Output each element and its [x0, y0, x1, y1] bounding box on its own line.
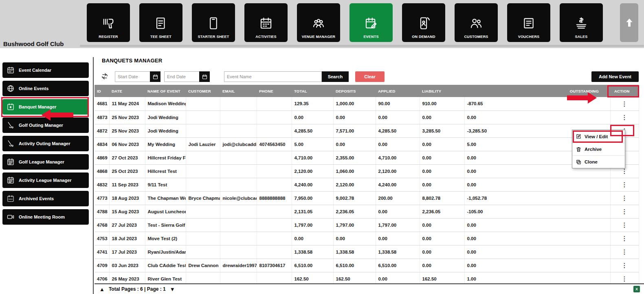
sidebar-item-golf-outing-manager[interactable]: Golf Outing Manager [2, 117, 89, 133]
golf-club-icon [7, 121, 15, 129]
event-name-input[interactable] [224, 71, 322, 82]
cell-liability: 0.00 [420, 232, 464, 245]
toolbar-button-tee-sheet[interactable]: TEE SHEET [139, 3, 182, 42]
toolbar-button-label: STARTER SHEET [198, 35, 229, 39]
context-menu-item-label: Archive [585, 147, 602, 152]
cell-customer [186, 205, 220, 218]
table-row: 487225 Nov 2023Jodi Wedding4,285.507,571… [95, 124, 639, 137]
cell-customer [186, 97, 220, 111]
cell-liability: 3,285.50 [420, 124, 464, 137]
cell-phone [257, 205, 292, 218]
start-date-calendar-button[interactable] [150, 71, 160, 82]
row-actions-button[interactable]: ⋮ [618, 234, 631, 242]
cell-applied: 1,338.58 [376, 245, 420, 259]
cell-id: 4768 [95, 218, 109, 232]
toolbar-button-register[interactable]: REGISTER [87, 3, 130, 42]
row-actions-button[interactable]: ⋮ [618, 221, 631, 229]
page-up-icon[interactable]: ▲ [99, 286, 105, 292]
row-actions-button[interactable]: ⋮ [618, 181, 631, 188]
row-actions-button[interactable]: ⋮ [618, 275, 631, 283]
trash-icon [576, 146, 582, 153]
cell-phone [257, 111, 292, 124]
cell-liability: 2,236.05 [420, 205, 464, 218]
row-actions-button[interactable]: ⋮ [618, 248, 631, 256]
row-actions-button[interactable]: ⋮ [618, 194, 631, 202]
toolbar-button-activities[interactable]: ACTIVITIES [244, 3, 288, 42]
cell-customer: Drew Cannon [186, 259, 220, 272]
cell-applied: 6,510.00 [376, 259, 420, 272]
cell-liability: 0.00 [420, 218, 464, 232]
page-down-icon[interactable]: ▼ [170, 286, 175, 292]
cell-email: jodi@clubcaddie.c [220, 137, 257, 151]
globe-icon [7, 84, 15, 93]
cell-phone: 4074563450 [257, 137, 292, 151]
sidebar-item-online-events[interactable]: Online Events [2, 81, 89, 96]
toolbar-button-venue-manager[interactable]: VENUE MANAGER [297, 3, 340, 42]
row-actions-button[interactable]: ⋮ [618, 261, 631, 269]
cell-outstanding: -1,052.78 [464, 191, 610, 205]
toolbar-button-label: VENUE MANAGER [302, 35, 336, 39]
sidebar-item-online-meeting-room[interactable]: Online Meeting Room [2, 209, 89, 225]
collapse-toolbar-button[interactable] [620, 3, 638, 42]
cell-deposits: 0.00 [333, 111, 376, 124]
cell-applied: 2,120.00 [376, 164, 420, 178]
toolbar-button-events[interactable]: EVENTS [349, 3, 393, 42]
cell-total: 2,131.05 [292, 205, 333, 218]
sidebar-item-activity-league-manager[interactable]: Activity League Manager [2, 172, 89, 188]
cell-deposits: 0.00 [333, 137, 376, 151]
cell-email [220, 151, 257, 164]
cell-applied: 0.00 [376, 232, 420, 245]
cell-phone [257, 164, 292, 178]
calendar-icon [7, 66, 15, 74]
cell-name: Madison Wedding [145, 97, 186, 111]
sidebar-item-event-calendar[interactable]: Event Calendar [2, 62, 89, 78]
refresh-button[interactable] [99, 71, 110, 82]
context-menu-item-archive[interactable]: Archive [572, 143, 625, 155]
cell-email [220, 205, 257, 218]
cell-action: ⋮ [610, 205, 639, 218]
module-toolbar: REGISTERTEE SHEETSTARTER SHEETACTIVITIES… [87, 3, 603, 42]
search-button[interactable]: Search [322, 71, 349, 82]
sidebar-item-banquet-manager[interactable]: Banquet Manager [2, 99, 89, 115]
end-date-calendar-button[interactable] [199, 71, 210, 82]
row-actions-button[interactable]: ⋮ [618, 208, 631, 215]
table-header-row: IDDATENAME OF EVENTCUSTOMEREMAILPHONETOT… [95, 85, 639, 97]
cell-date: 17 Jul 2023 [109, 245, 145, 259]
start-date-group [115, 71, 160, 82]
toolbar-button-starter-sheet[interactable]: STARTER SHEET [192, 3, 235, 42]
cell-action: ⋮ [610, 111, 639, 124]
cell-date: 27 Oct 2023 [109, 151, 145, 164]
toolbar-button-sales[interactable]: SALES [560, 3, 603, 42]
context-menu-item-clone[interactable]: Clone [572, 155, 625, 168]
table-row: 483211 Sep 20239/11 Test4,240.002,120.00… [95, 178, 639, 191]
clear-button[interactable]: Clear [355, 71, 385, 82]
cell-deposits: 2,120.00 [333, 178, 376, 191]
cell-deposits: 6,510.00 [333, 259, 376, 272]
context-menu-item-view-edit[interactable]: View / Edit [572, 130, 625, 143]
sidebar-item-archived-events[interactable]: Archived Events [2, 191, 89, 206]
column-header-id: ID [95, 85, 109, 97]
cell-customer [186, 164, 220, 178]
cell-name: Jodi Wedding [145, 124, 186, 137]
toolbar-button-vouchers[interactable]: VOUCHERS [507, 3, 550, 42]
end-date-input[interactable] [164, 71, 199, 82]
cell-id: 4873 [95, 111, 109, 124]
sidebar-item-activity-outing-manager[interactable]: Activity Outing Manager [2, 136, 89, 151]
cell-phone [257, 218, 292, 232]
export-excel-button[interactable]: X [633, 286, 640, 292]
sidebar-item-golf-league-manager[interactable]: Golf League Manager [2, 154, 89, 170]
page-title: BANQUETS MANAGER [102, 57, 163, 64]
row-actions-button[interactable]: ⋮ [618, 113, 631, 121]
cell-email [220, 245, 257, 259]
toolbar-button-on-demand[interactable]: ON DEMAND [402, 3, 445, 42]
start-date-input[interactable] [115, 71, 150, 82]
add-new-event-button[interactable]: Add New Event [591, 71, 639, 82]
cell-phone [257, 178, 292, 191]
cell-name: Ryan/Justin/Adam [145, 245, 186, 259]
toolbar-button-customers[interactable]: CUSTOMERS [455, 3, 498, 42]
cell-outstanding: 0.00 [464, 218, 610, 232]
cell-action: ⋮ [610, 191, 639, 205]
row-actions-button[interactable]: ⋮ [618, 100, 631, 108]
cell-customer [186, 124, 220, 137]
cell-applied: 0.00 [376, 137, 420, 151]
